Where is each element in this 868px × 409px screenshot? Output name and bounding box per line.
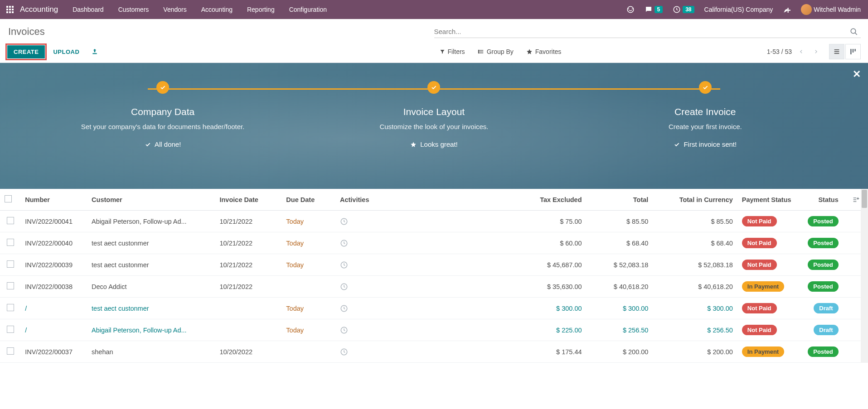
invoice-number: INV/2022/00037 (25, 348, 73, 356)
main-menu: Dashboard Customers Vendors Accounting R… (66, 1, 333, 18)
table-row[interactable]: INV/2022/00040test aect custonmer10/21/2… (0, 232, 868, 254)
debug-icon[interactable] (779, 3, 795, 16)
view-kanban-button[interactable] (845, 44, 861, 59)
menu-dashboard[interactable]: Dashboard (66, 1, 110, 18)
status-badge: Posted (808, 216, 838, 226)
tax-excluded: $ 175.44 (453, 341, 587, 363)
apps-icon[interactable] (4, 3, 16, 16)
menu-accounting[interactable]: Accounting (195, 1, 239, 18)
activities-icon[interactable]: 38 (669, 3, 698, 16)
step-action[interactable]: First invoice sent! (610, 140, 800, 148)
row-checkbox[interactable] (7, 260, 14, 268)
table-row[interactable]: INV/2022/00041Abigail Peterson, Follow-u… (0, 211, 868, 232)
table-row[interactable]: INV/2022/00038Deco Addict10/21/2022$ 35,… (0, 276, 868, 298)
total: $ 52,083.18 (587, 254, 653, 276)
payment-status-badge: In Payment (742, 346, 784, 357)
step-action[interactable]: All done! (68, 140, 258, 148)
clock-icon[interactable] (340, 326, 449, 334)
row-checkbox[interactable] (7, 217, 14, 224)
step-action[interactable]: Looks great! (339, 140, 529, 148)
clock-icon[interactable] (340, 239, 449, 247)
table-row[interactable]: INV/2022/00039test aect custonmer10/21/2… (0, 254, 868, 276)
scrollbar[interactable] (861, 189, 868, 363)
th-due-date[interactable]: Due Date (281, 189, 335, 211)
select-all-checkbox[interactable] (5, 195, 12, 202)
onboard-step-invoice-layout[interactable]: Invoice Layout Customize the look of you… (339, 81, 529, 148)
status-badge: Posted (808, 346, 838, 357)
table-row[interactable]: INV/2022/00037shehan10/20/2022$ 175.44$ … (0, 341, 868, 363)
favorites-button[interactable]: Favorites (521, 45, 567, 58)
table-row[interactable]: /test aect custonmerToday$ 300.00$ 300.0… (0, 298, 868, 319)
create-button[interactable]: CREATE (7, 45, 45, 58)
pager-text[interactable]: 1-53 / 53 (767, 48, 792, 55)
svg-point-9 (627, 6, 634, 13)
menu-configuration[interactable]: Configuration (283, 1, 333, 18)
upload-button[interactable]: UPLOAD (50, 45, 82, 58)
filters-button[interactable]: Filters (434, 45, 470, 58)
row-checkbox[interactable] (7, 304, 14, 311)
menu-customers[interactable]: Customers (112, 1, 155, 18)
tax-excluded: $ 225.00 (453, 319, 587, 341)
clock-icon[interactable] (340, 348, 449, 356)
th-status[interactable]: Status (796, 189, 848, 211)
favorites-label: Favorites (535, 48, 562, 55)
clock-icon[interactable] (340, 217, 449, 226)
tax-excluded: $ 60.00 (453, 232, 587, 254)
svg-rect-6 (6, 11, 8, 13)
step-title: Company Data (68, 106, 258, 117)
step-title: Invoice Layout (339, 106, 529, 117)
page-title: Invoices (7, 26, 434, 38)
total-in-currency: $ 85.50 (653, 211, 737, 232)
pager-next[interactable] (811, 47, 821, 57)
step-desc: Create your first invoice. (610, 122, 800, 131)
menu-vendors[interactable]: Vendors (157, 1, 193, 18)
app-brand[interactable]: Accounting (16, 5, 66, 14)
due-date: Today (286, 305, 304, 312)
avatar (801, 4, 812, 15)
payment-status-badge: In Payment (742, 281, 784, 292)
customer-name: Deco Addict (92, 283, 210, 290)
th-total[interactable]: Total (587, 189, 653, 211)
due-date: Today (286, 240, 304, 247)
user-menu[interactable]: Witchell Wadmin (797, 1, 864, 18)
payment-status-badge: Not Paid (742, 325, 777, 335)
step-title: Create Invoice (610, 106, 800, 117)
row-checkbox[interactable] (7, 282, 14, 289)
svg-rect-13 (93, 53, 97, 54)
close-icon[interactable]: ✕ (853, 68, 861, 80)
support-icon[interactable] (623, 3, 638, 16)
messages-icon[interactable]: 5 (641, 3, 667, 16)
pager-prev[interactable] (796, 47, 806, 57)
onboard-step-create-invoice[interactable]: Create Invoice Create your first invoice… (610, 81, 800, 148)
th-total-currency[interactable]: Total in Currency (653, 189, 737, 211)
search-bar[interactable] (434, 26, 861, 38)
upload-icon[interactable] (87, 48, 102, 55)
invoice-date: 10/21/2022 (215, 276, 281, 298)
total: $ 40,618.20 (587, 276, 653, 298)
onboard-step-company-data[interactable]: Company Data Set your company's data for… (68, 81, 258, 148)
th-payment-status[interactable]: Payment Status (737, 189, 796, 211)
search-icon[interactable] (847, 28, 861, 36)
company-switcher[interactable]: California(US) Company (701, 3, 777, 16)
groupby-button[interactable]: Group By (472, 45, 519, 58)
th-tax-excluded[interactable]: Tax Excluded (453, 189, 587, 211)
row-checkbox[interactable] (7, 239, 14, 246)
clock-icon[interactable] (340, 261, 449, 269)
table-row[interactable]: /Abigail Peterson, Follow-up Ad...Today$… (0, 319, 868, 341)
menu-reporting[interactable]: Reporting (241, 1, 281, 18)
filters-label: Filters (448, 48, 465, 55)
invoice-number: INV/2022/00040 (25, 240, 73, 247)
search-input[interactable] (434, 28, 848, 35)
th-activities[interactable]: Activities (335, 189, 453, 211)
row-checkbox[interactable] (7, 347, 14, 355)
clock-icon[interactable] (340, 283, 449, 291)
th-customer[interactable]: Customer (87, 189, 215, 211)
svg-rect-2 (12, 6, 14, 8)
step-desc: Customize the look of your invoices. (339, 122, 529, 131)
row-checkbox[interactable] (7, 326, 14, 333)
th-invoice-date[interactable]: Invoice Date (215, 189, 281, 211)
view-list-button[interactable] (829, 44, 844, 59)
clock-icon[interactable] (340, 304, 449, 313)
th-number[interactable]: Number (20, 189, 87, 211)
customer-name: test aect custonmer (92, 261, 210, 269)
